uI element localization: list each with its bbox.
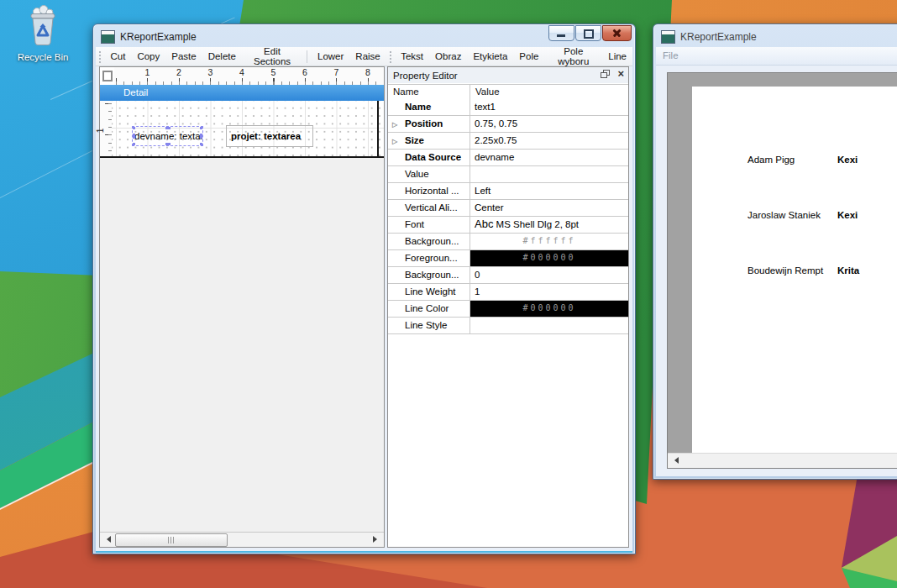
recycle-bin-icon[interactable]: Recycle Bin (8, 5, 77, 62)
property-name: Value (388, 166, 470, 182)
designer-window: KReportExample CutCopyPasteDeleteEdit Se… (92, 24, 636, 554)
section-end-line (100, 156, 384, 158)
property-value[interactable] (470, 318, 628, 333)
toolbar-button-cut[interactable]: Cut (104, 49, 131, 64)
float-panel-icon[interactable] (601, 70, 610, 78)
column-value: Value (470, 85, 628, 99)
panes-container: 12345678 Detail 1 devname: textarea proj… (96, 66, 632, 551)
property-row[interactable]: Size2.25x0.75 (388, 133, 628, 150)
toolbar-button-paste[interactable]: Paste (165, 49, 202, 64)
report-page: Adam PiggKexiJaroslaw StaniekKexiBoudewi… (692, 87, 897, 454)
menu-file[interactable]: File (656, 47, 685, 65)
property-value[interactable]: 0 (470, 267, 628, 283)
close-panel-icon[interactable] (617, 70, 624, 78)
property-row[interactable]: FontAbc MS Shell Dlg 2, 8pt (388, 217, 628, 234)
preview-viewport: Adam PiggKexiJaroslaw StaniekKexiBoudewi… (668, 73, 897, 454)
expand-arrow-icon[interactable] (392, 133, 397, 149)
maximize-button[interactable] (575, 25, 601, 41)
preview-window: KReportExample File Adam PiggKexiJarosla… (653, 24, 897, 480)
scroll-left-button[interactable] (100, 533, 114, 546)
property-row[interactable]: Horizontal ...Left (388, 183, 628, 200)
property-row[interactable]: Line Color#000000 (388, 301, 628, 318)
ruler-number: 7 (334, 67, 339, 77)
property-row[interactable]: Line Style (388, 318, 628, 334)
toolbar-button-delete[interactable]: Delete (202, 49, 242, 64)
property-row[interactable]: Position0.75, 0.75 (388, 116, 628, 133)
scroll-right-button[interactable] (370, 533, 384, 546)
property-name: Line Style (388, 318, 470, 333)
minimize-button[interactable] (548, 25, 574, 41)
property-name: Size (388, 133, 470, 149)
toolbar-button-line[interactable]: Line (602, 49, 632, 64)
report-element-devname[interactable]: devname: textarea (132, 126, 203, 146)
property-name: Horizontal ... (388, 183, 470, 199)
property-row[interactable]: Line Weight1 (388, 284, 628, 301)
selection-handle[interactable] (165, 143, 170, 146)
property-row[interactable]: Vertical Ali...Center (388, 200, 628, 217)
left-arrow-icon (103, 536, 111, 543)
property-value[interactable]: Left (470, 183, 628, 199)
window-controls (548, 25, 632, 41)
toolbar-grip (98, 50, 101, 63)
expand-arrow-icon[interactable] (392, 116, 397, 132)
property-name: Position (388, 116, 470, 132)
scrollbar-thumb[interactable] (115, 533, 228, 547)
toolbar-button-pole[interactable]: Pole (513, 49, 544, 64)
property-value[interactable]: devname (470, 150, 628, 165)
property-value[interactable] (470, 166, 628, 182)
toolbar: CutCopyPasteDeleteEdit SectionsLowerRais… (96, 47, 632, 66)
property-row[interactable]: Backgroun...#ffffff (388, 234, 628, 250)
property-name: Font (388, 217, 470, 233)
preview-window-body: File Adam PiggKexiJaroslaw StaniekKexiBo… (656, 47, 897, 476)
property-row[interactable]: Data Sourcedevname (388, 150, 628, 166)
report-element-projet[interactable]: projet: textarea (226, 125, 313, 147)
toolbar-button-raise[interactable]: Raise (349, 49, 386, 64)
designer-horizontal-scrollbar[interactable] (100, 532, 384, 547)
report-devname: Jaroslaw Staniek (748, 210, 821, 220)
window-title: KReportExample (680, 31, 757, 43)
property-name: Backgroun... (388, 234, 470, 249)
selection-handle[interactable] (200, 134, 203, 139)
scroll-left-button[interactable] (668, 454, 682, 467)
property-value[interactable]: #000000 (470, 301, 628, 317)
property-row[interactable]: Foregroun...#000000 (388, 250, 628, 267)
property-editor-title: Property Editor (393, 71, 458, 81)
menubar: File (656, 47, 897, 66)
ruler-number: 2 (176, 67, 181, 77)
preview-horizontal-scrollbar[interactable] (668, 453, 897, 468)
property-row[interactable]: Backgroun...0 (388, 267, 628, 284)
toolbar-button-etykieta[interactable]: Etykieta (467, 49, 513, 64)
toolbar-button-copy[interactable]: Copy (131, 49, 165, 64)
preview-titlebar[interactable]: KReportExample (657, 26, 897, 47)
toolbar-separator (307, 50, 307, 63)
property-row[interactable]: Nametext1 (388, 99, 628, 116)
toolbar-button-tekst[interactable]: Tekst (395, 49, 429, 64)
property-value[interactable]: Abc MS Shell Dlg 2, 8pt (470, 217, 628, 233)
selection-handle[interactable] (200, 126, 203, 129)
selection-handle[interactable] (200, 143, 203, 146)
property-value[interactable]: #ffffff (470, 234, 628, 249)
selection-handle[interactable] (132, 126, 135, 129)
design-canvas-pane[interactable]: 12345678 Detail 1 devname: textarea proj… (99, 66, 385, 548)
property-name: Name (388, 99, 470, 115)
selection-handle[interactable] (132, 143, 135, 146)
detail-section-header[interactable]: Detail (100, 85, 384, 101)
toolbar-button-obraz[interactable]: Obraz (429, 49, 467, 64)
property-value[interactable]: 1 (470, 284, 628, 300)
property-value[interactable]: #000000 (470, 250, 628, 266)
report-devname: Boudewijn Rempt (748, 265, 823, 276)
selection-handle[interactable] (132, 134, 135, 139)
selection-handle[interactable] (165, 126, 170, 129)
property-name: Foregroun... (388, 250, 470, 266)
property-value[interactable]: 2.25x0.75 (470, 133, 628, 149)
ruler-corner-button[interactable] (100, 67, 115, 86)
property-name: Line Color (388, 301, 470, 317)
ruler-number: 4 (239, 67, 244, 77)
property-value[interactable]: Center (470, 200, 628, 216)
design-grid[interactable]: devname: textarea projet: textarea (112, 101, 384, 156)
close-button[interactable] (602, 25, 632, 41)
property-row[interactable]: Value (388, 166, 628, 183)
property-value[interactable]: 0.75, 0.75 (470, 116, 628, 132)
toolbar-button-lower[interactable]: Lower (312, 49, 349, 64)
property-value[interactable]: text1 (470, 99, 628, 115)
